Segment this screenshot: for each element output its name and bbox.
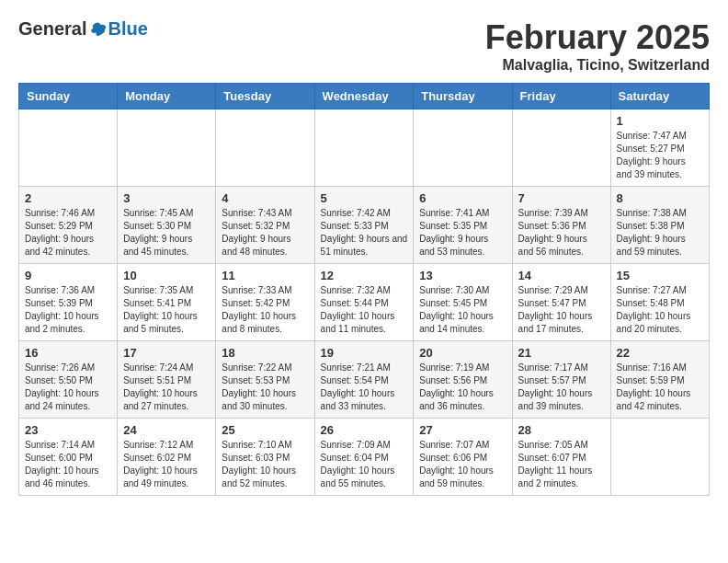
day-number: 22 <box>617 346 703 360</box>
weekday-header-tuesday: Tuesday <box>216 84 314 109</box>
day-cell: 17Sunrise: 7:24 AM Sunset: 5:51 PM Dayli… <box>118 341 216 419</box>
day-info: Sunrise: 7:42 AM Sunset: 5:33 PM Dayligh… <box>321 207 408 259</box>
day-cell: 8Sunrise: 7:38 AM Sunset: 5:38 PM Daylig… <box>610 187 709 264</box>
month-title: February 2025 <box>485 18 710 57</box>
week-row-4: 16Sunrise: 7:26 AM Sunset: 5:50 PM Dayli… <box>19 341 710 419</box>
day-cell: 13Sunrise: 7:30 AM Sunset: 5:45 PM Dayli… <box>414 264 512 341</box>
day-cell <box>512 109 610 187</box>
day-number: 25 <box>222 423 308 437</box>
day-number: 8 <box>617 191 703 205</box>
day-cell: 7Sunrise: 7:39 AM Sunset: 5:36 PM Daylig… <box>512 187 610 264</box>
day-info: Sunrise: 7:46 AM Sunset: 5:29 PM Dayligh… <box>25 207 111 259</box>
day-info: Sunrise: 7:36 AM Sunset: 5:39 PM Dayligh… <box>25 284 111 336</box>
day-info: Sunrise: 7:47 AM Sunset: 5:27 PM Dayligh… <box>617 130 703 181</box>
day-cell <box>118 109 216 187</box>
day-cell: 10Sunrise: 7:35 AM Sunset: 5:41 PM Dayli… <box>118 264 216 341</box>
day-number: 20 <box>419 346 506 360</box>
weekday-header-wednesday: Wednesday <box>314 84 414 109</box>
day-cell: 11Sunrise: 7:33 AM Sunset: 5:42 PM Dayli… <box>216 264 314 341</box>
day-info: Sunrise: 7:14 AM Sunset: 6:00 PM Dayligh… <box>25 439 111 490</box>
day-cell <box>19 109 118 187</box>
logo-bird-icon <box>89 20 108 39</box>
day-cell: 20Sunrise: 7:19 AM Sunset: 5:56 PM Dayli… <box>414 341 512 419</box>
day-cell: 23Sunrise: 7:14 AM Sunset: 6:00 PM Dayli… <box>19 419 118 496</box>
day-cell: 14Sunrise: 7:29 AM Sunset: 5:47 PM Dayli… <box>512 264 610 341</box>
week-row-1: 1Sunrise: 7:47 AM Sunset: 5:27 PM Daylig… <box>19 109 710 187</box>
day-info: Sunrise: 7:27 AM Sunset: 5:48 PM Dayligh… <box>617 284 703 336</box>
day-cell: 1Sunrise: 7:47 AM Sunset: 5:27 PM Daylig… <box>610 109 709 187</box>
day-number: 2 <box>25 191 111 205</box>
day-info: Sunrise: 7:09 AM Sunset: 6:04 PM Dayligh… <box>321 439 408 490</box>
day-cell: 15Sunrise: 7:27 AM Sunset: 5:48 PM Dayli… <box>610 264 709 341</box>
day-info: Sunrise: 7:33 AM Sunset: 5:42 PM Dayligh… <box>222 284 308 336</box>
title-area: February 2025 Malvaglia, Ticino, Switzer… <box>485 18 710 74</box>
day-number: 14 <box>518 269 605 282</box>
day-cell: 28Sunrise: 7:05 AM Sunset: 6:07 PM Dayli… <box>512 419 610 496</box>
day-info: Sunrise: 7:41 AM Sunset: 5:35 PM Dayligh… <box>419 207 506 259</box>
day-cell <box>314 109 414 187</box>
day-info: Sunrise: 7:29 AM Sunset: 5:47 PM Dayligh… <box>518 284 605 336</box>
day-info: Sunrise: 7:19 AM Sunset: 5:56 PM Dayligh… <box>419 362 506 413</box>
day-info: Sunrise: 7:17 AM Sunset: 5:57 PM Dayligh… <box>518 362 605 413</box>
day-number: 9 <box>25 269 111 282</box>
day-number: 6 <box>419 191 506 205</box>
day-number: 18 <box>222 346 308 360</box>
logo-general-text: General <box>18 18 86 40</box>
day-info: Sunrise: 7:39 AM Sunset: 5:36 PM Dayligh… <box>518 207 605 259</box>
day-cell: 18Sunrise: 7:22 AM Sunset: 5:53 PM Dayli… <box>216 341 314 419</box>
weekday-header-row: SundayMondayTuesdayWednesdayThursdayFrid… <box>19 84 710 109</box>
weekday-header-sunday: Sunday <box>19 84 118 109</box>
day-number: 13 <box>419 269 506 282</box>
day-number: 5 <box>321 191 408 205</box>
day-number: 16 <box>25 346 111 360</box>
day-info: Sunrise: 7:45 AM Sunset: 5:30 PM Dayligh… <box>123 207 210 259</box>
week-row-2: 2Sunrise: 7:46 AM Sunset: 5:29 PM Daylig… <box>19 187 710 264</box>
day-info: Sunrise: 7:10 AM Sunset: 6:03 PM Dayligh… <box>222 439 308 490</box>
day-cell: 9Sunrise: 7:36 AM Sunset: 5:39 PM Daylig… <box>19 264 118 341</box>
day-cell: 3Sunrise: 7:45 AM Sunset: 5:30 PM Daylig… <box>118 187 216 264</box>
header: General Blue February 2025 Malvaglia, Ti… <box>18 18 710 74</box>
day-info: Sunrise: 7:05 AM Sunset: 6:07 PM Dayligh… <box>518 439 605 490</box>
day-info: Sunrise: 7:38 AM Sunset: 5:38 PM Dayligh… <box>617 207 703 259</box>
day-cell: 24Sunrise: 7:12 AM Sunset: 6:02 PM Dayli… <box>118 419 216 496</box>
day-number: 21 <box>518 346 605 360</box>
weekday-header-thursday: Thursday <box>414 84 512 109</box>
day-info: Sunrise: 7:21 AM Sunset: 5:54 PM Dayligh… <box>321 362 408 413</box>
day-cell <box>610 419 709 496</box>
day-number: 17 <box>123 346 210 360</box>
day-info: Sunrise: 7:43 AM Sunset: 5:32 PM Dayligh… <box>222 207 308 259</box>
day-cell: 12Sunrise: 7:32 AM Sunset: 5:44 PM Dayli… <box>314 264 414 341</box>
day-info: Sunrise: 7:35 AM Sunset: 5:41 PM Dayligh… <box>123 284 210 336</box>
day-number: 4 <box>222 191 308 205</box>
day-number: 11 <box>222 269 308 282</box>
day-info: Sunrise: 7:12 AM Sunset: 6:02 PM Dayligh… <box>123 439 210 490</box>
day-number: 15 <box>617 269 703 282</box>
weekday-header-friday: Friday <box>512 84 610 109</box>
day-number: 1 <box>617 114 703 128</box>
logo: General Blue <box>18 18 148 40</box>
day-info: Sunrise: 7:26 AM Sunset: 5:50 PM Dayligh… <box>25 362 111 413</box>
day-number: 23 <box>25 423 111 437</box>
day-info: Sunrise: 7:07 AM Sunset: 6:06 PM Dayligh… <box>419 439 506 490</box>
day-number: 24 <box>123 423 210 437</box>
day-number: 19 <box>321 346 408 360</box>
day-cell: 6Sunrise: 7:41 AM Sunset: 5:35 PM Daylig… <box>414 187 512 264</box>
day-number: 7 <box>518 191 605 205</box>
day-number: 27 <box>419 423 506 437</box>
day-cell <box>414 109 512 187</box>
day-cell: 21Sunrise: 7:17 AM Sunset: 5:57 PM Dayli… <box>512 341 610 419</box>
day-number: 12 <box>321 269 408 282</box>
day-cell: 22Sunrise: 7:16 AM Sunset: 5:59 PM Dayli… <box>610 341 709 419</box>
day-info: Sunrise: 7:30 AM Sunset: 5:45 PM Dayligh… <box>419 284 506 336</box>
location-title: Malvaglia, Ticino, Switzerland <box>485 57 710 74</box>
day-info: Sunrise: 7:16 AM Sunset: 5:59 PM Dayligh… <box>617 362 703 413</box>
day-info: Sunrise: 7:22 AM Sunset: 5:53 PM Dayligh… <box>222 362 308 413</box>
day-cell: 2Sunrise: 7:46 AM Sunset: 5:29 PM Daylig… <box>19 187 118 264</box>
day-cell: 25Sunrise: 7:10 AM Sunset: 6:03 PM Dayli… <box>216 419 314 496</box>
day-cell: 19Sunrise: 7:21 AM Sunset: 5:54 PM Dayli… <box>314 341 414 419</box>
weekday-header-monday: Monday <box>118 84 216 109</box>
logo-blue-text: Blue <box>108 18 147 40</box>
day-number: 26 <box>321 423 408 437</box>
week-row-5: 23Sunrise: 7:14 AM Sunset: 6:00 PM Dayli… <box>19 419 710 496</box>
day-number: 3 <box>123 191 210 205</box>
